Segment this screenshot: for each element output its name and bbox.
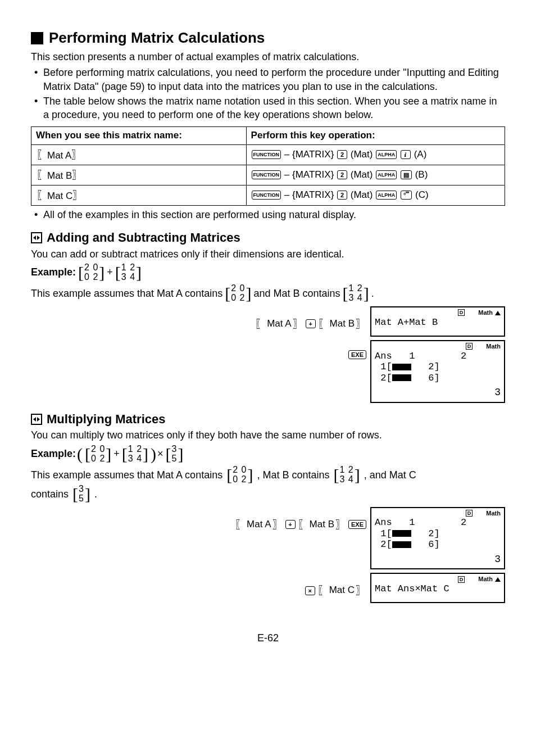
- cell-opB: FUNCTION – {MATRIX} 2 (Mat) ALPHA ▤ (B): [246, 165, 505, 185]
- th-matrix-name: When you see this matrix name:: [31, 126, 247, 144]
- op-matA-plus-matB: 〖Mat A〗 + 〖Mat B〗: [255, 306, 367, 332]
- subhead-multiply: Multiplying Matrices: [47, 411, 165, 428]
- alpha-key-icon: ALPHA: [376, 170, 397, 179]
- key-C-icon: °𝄒𝄒𝄒: [401, 191, 412, 200]
- cell-opA: FUNCTION – {MATRIX} 2 (Mat) ALPHA 𝒊 (A): [246, 144, 505, 165]
- triangle-up-icon: [495, 311, 501, 315]
- page-number: E-62: [31, 631, 505, 645]
- after-table-note: All of the examples in this section are …: [31, 208, 505, 221]
- bullet-2: The table below shows the matrix name no…: [31, 94, 505, 122]
- calculator-screen-2: DMath Ans 1 2 1[ 2] 2[ 6] 3: [370, 340, 505, 403]
- bullet-1: Before performing matrix calculations, y…: [31, 66, 505, 93]
- sec1-example: Example: [2 00 2] + [1 23 4]: [31, 263, 505, 282]
- key-2-icon: 2: [337, 170, 347, 179]
- d-indicator-icon: D: [458, 576, 465, 583]
- d-indicator-icon: D: [466, 343, 473, 350]
- d-indicator-icon: D: [466, 510, 473, 517]
- th-key-op: Perform this key operation:: [246, 126, 505, 144]
- section-square-icon: [31, 32, 43, 44]
- function-key-icon: FUNCTION: [252, 170, 281, 179]
- page-title: Performing Matrix Calculations: [49, 28, 265, 48]
- sec2-body: You can multiply two matrices only if th…: [31, 428, 505, 442]
- intro-text: This section presents a number of actual…: [31, 50, 505, 64]
- exe-key-icon: EXE: [348, 520, 366, 529]
- cell-matA: 〖Mat A〗: [31, 144, 247, 165]
- calculator-screen-1: DMath Mat A+Mat B: [370, 306, 505, 337]
- calculator-screen-4: DMath Mat Ans×Mat C: [370, 573, 505, 603]
- d-indicator-icon: D: [458, 309, 465, 316]
- sec2-example: Example: ( [2 00 2] + [1 23 4] ) × [35]: [31, 445, 505, 464]
- op-times-matC: × 〖Mat C〗: [305, 573, 367, 598]
- subhead-add-sub: Adding and Subtracting Matrices: [47, 229, 240, 246]
- exe-key-icon: EXE: [348, 350, 366, 359]
- cell-matB: 〖Mat B〗: [31, 165, 247, 185]
- subsection-arrow-icon: [31, 232, 42, 243]
- cell-matC: 〖Mat C〗: [31, 185, 247, 205]
- key-A-icon: 𝒊: [401, 150, 411, 159]
- alpha-key-icon: ALPHA: [376, 150, 397, 159]
- table-row: 〖Mat C〗 FUNCTION – {MATRIX} 2 (Mat) ALPH…: [31, 185, 505, 205]
- sec1-assume: This example assumes that Mat A contains…: [31, 284, 505, 303]
- key-2-icon: 2: [337, 191, 347, 200]
- function-key-icon: FUNCTION: [252, 191, 281, 200]
- key-B-icon: ▤: [401, 170, 412, 179]
- subsection-arrow-icon: [31, 414, 42, 425]
- triangle-up-icon: [495, 577, 501, 582]
- key-op-table: When you see this matrix name: Perform t…: [31, 126, 505, 206]
- calculator-screen-3: DMath Ans 1 2 1[ 2] 2[ 6] 3: [370, 507, 505, 570]
- op-matA-plus-matB-exe: 〖Mat A〗 + 〖Mat B〗 EXE: [234, 507, 367, 532]
- cell-opC: FUNCTION – {MATRIX} 2 (Mat) ALPHA °𝄒𝄒𝄒 (…: [246, 185, 505, 205]
- alpha-key-icon: ALPHA: [376, 191, 397, 200]
- plus-key-icon: +: [306, 319, 316, 328]
- function-key-icon: FUNCTION: [252, 150, 281, 159]
- table-row: 〖Mat A〗 FUNCTION – {MATRIX} 2 (Mat) ALPH…: [31, 144, 505, 165]
- sec2-assume: This example assumes that Mat A contains…: [31, 465, 505, 503]
- op-exe: EXE: [348, 340, 367, 359]
- sec1-body: You can add or subtract matrices only if…: [31, 247, 505, 261]
- table-row: 〖Mat B〗 FUNCTION – {MATRIX} 2 (Mat) ALPH…: [31, 165, 505, 185]
- times-key-icon: ×: [305, 586, 315, 595]
- key-2-icon: 2: [337, 150, 347, 159]
- plus-key-icon: +: [285, 520, 296, 529]
